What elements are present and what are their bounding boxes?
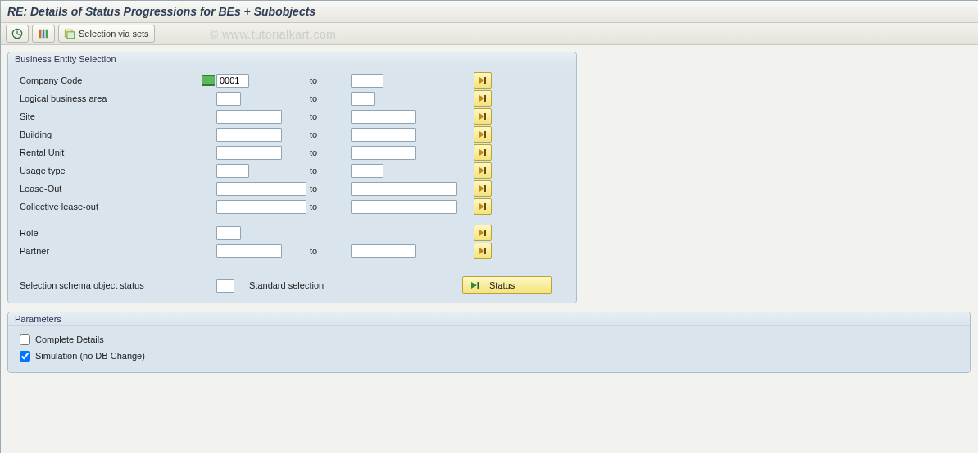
lease-out-to-input[interactable]: [351, 182, 457, 196]
arrow-right-icon: [478, 111, 488, 121]
row-role: Role: [16, 224, 568, 242]
row-company-code: Company Code to: [16, 71, 568, 89]
group-title-bes: Business Entity Selection: [8, 52, 576, 66]
row-site: Site to: [16, 107, 568, 125]
to-label: to: [306, 202, 351, 212]
page-title: RE: Details of Status Progressions for B…: [1, 1, 978, 23]
row-building: Building to: [16, 125, 568, 143]
logical-business-area-from-input[interactable]: [216, 92, 241, 106]
selection-via-sets-button[interactable]: Selection via sets: [58, 25, 155, 43]
variants-button[interactable]: [32, 25, 55, 43]
role-from-input[interactable]: [216, 226, 241, 240]
group-title-parameters: Parameters: [8, 312, 970, 326]
building-from-input[interactable]: [216, 128, 282, 142]
collective-lease-out-from-input[interactable]: [216, 200, 306, 214]
rental-unit-from-input[interactable]: [216, 146, 282, 160]
to-label: to: [306, 184, 351, 193]
group-business-entity-selection: Business Entity Selection Company Code t…: [7, 52, 577, 303]
partner-multi-button[interactable]: [474, 243, 492, 259]
rental-unit-multi-button[interactable]: [474, 144, 492, 161]
to-label: to: [306, 148, 351, 157]
arrow-right-icon: [478, 202, 488, 212]
svg-rect-12: [484, 185, 486, 192]
svg-rect-5: [67, 32, 75, 39]
svg-rect-10: [484, 149, 486, 156]
collective-lease-out-multi-button[interactable]: [474, 198, 492, 215]
svg-rect-11: [484, 167, 486, 174]
label-role: Role: [16, 228, 200, 238]
svg-rect-6: [484, 77, 486, 84]
role-multi-button[interactable]: [474, 225, 492, 241]
svg-rect-7: [484, 95, 486, 102]
clock-execute-icon: [11, 28, 23, 39]
variants-icon: [38, 28, 49, 39]
arrow-right-icon: [478, 130, 488, 139]
partner-from-input[interactable]: [216, 244, 282, 258]
lease-out-multi-button[interactable]: [474, 180, 492, 197]
usage-type-multi-button[interactable]: [474, 162, 492, 179]
complete-details-checkbox[interactable]: [20, 334, 30, 345]
to-label: to: [306, 111, 351, 121]
selection-schema-input[interactable]: [216, 279, 234, 293]
status-button[interactable]: Status: [462, 276, 552, 294]
lease-out-from-input[interactable]: [216, 182, 306, 196]
collective-lease-out-to-input[interactable]: [351, 200, 457, 214]
svg-rect-15: [484, 248, 486, 254]
row-partner: Partner to: [16, 242, 568, 260]
building-to-input[interactable]: [351, 128, 416, 142]
site-to-input[interactable]: [351, 110, 416, 124]
svg-rect-8: [484, 113, 486, 120]
svg-rect-9: [484, 131, 486, 138]
arrow-right-icon: [478, 148, 488, 157]
label-collective-lease-out: Collective lease-out: [16, 202, 200, 212]
arrow-right-icon: [478, 228, 488, 238]
standard-selection-text: Standard selection: [241, 280, 429, 290]
building-multi-button[interactable]: [474, 126, 492, 143]
to-label: to: [306, 130, 351, 139]
label-lease-out: Lease-Out: [16, 184, 200, 193]
svg-rect-16: [478, 282, 479, 289]
simulation-checkbox[interactable]: [20, 351, 30, 362]
logical-business-area-multi-button[interactable]: [474, 90, 492, 107]
label-company-code: Company Code: [16, 75, 200, 85]
arrow-right-icon: [478, 184, 488, 193]
simulation-label[interactable]: Simulation (no DB Change): [35, 351, 145, 361]
arrow-right-icon: [478, 93, 488, 103]
svg-rect-2: [43, 30, 45, 39]
row-rental-unit: Rental Unit to: [16, 143, 568, 162]
status-button-label: Status: [489, 280, 515, 290]
range-indicator-icon[interactable]: [202, 75, 215, 86]
row-lease-out: Lease-Out to: [16, 180, 568, 198]
to-label: to: [306, 93, 351, 103]
label-selection-schema: Selection schema object status: [16, 280, 216, 290]
label-site: Site: [16, 111, 200, 121]
partner-to-input[interactable]: [351, 244, 416, 258]
arrow-right-icon: [478, 166, 488, 175]
logical-business-area-to-input[interactable]: [351, 92, 375, 106]
label-partner: Partner: [16, 246, 200, 256]
label-logical-business-area: Logical business area: [16, 93, 200, 103]
sets-icon: [64, 28, 75, 39]
content-area: Business Entity Selection Company Code t…: [1, 45, 978, 454]
selection-via-sets-label: Selection via sets: [79, 29, 149, 39]
svg-rect-13: [484, 203, 486, 210]
site-from-input[interactable]: [216, 110, 282, 124]
label-building: Building: [16, 130, 200, 139]
usage-type-from-input[interactable]: [216, 164, 249, 178]
label-usage-type: Usage type: [16, 166, 200, 175]
execute-button[interactable]: [6, 25, 29, 43]
arrow-right-icon: [478, 246, 488, 256]
company-code-multi-button[interactable]: [474, 72, 492, 89]
svg-rect-1: [39, 30, 42, 39]
company-code-from-input[interactable]: [216, 74, 249, 88]
app-toolbar: Selection via sets: [1, 23, 978, 45]
company-code-to-input[interactable]: [351, 74, 383, 88]
label-rental-unit: Rental Unit: [16, 148, 200, 157]
usage-type-to-input[interactable]: [351, 164, 383, 178]
site-multi-button[interactable]: [474, 108, 492, 125]
rental-unit-to-input[interactable]: [351, 146, 416, 160]
row-selection-schema: Selection schema object status Standard …: [16, 276, 568, 294]
arrow-right-green-icon: [470, 280, 481, 291]
to-label: to: [306, 166, 351, 175]
complete-details-label[interactable]: Complete Details: [35, 334, 104, 344]
